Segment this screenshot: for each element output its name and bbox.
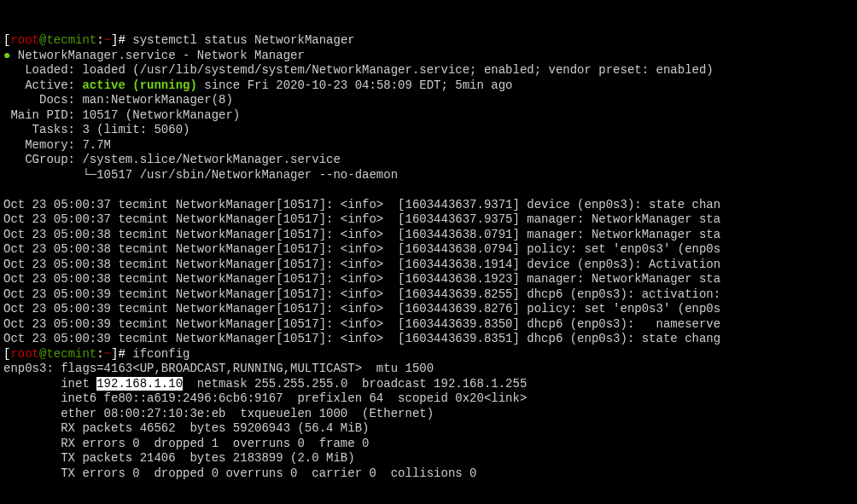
- prompt-colon: :: [96, 347, 103, 361]
- prompt-path: ~: [104, 33, 111, 47]
- ifconfig-ether: ether 08:00:27:10:3e:eb txqueuelen 1000 …: [3, 407, 434, 420]
- log-line: Oct 23 05:00:39 tecmint NetworkManager[1…: [3, 287, 720, 301]
- prompt-host: tecmint: [46, 347, 96, 361]
- log-line: Oct 23 05:00:39 tecmint NetworkManager[1…: [3, 317, 720, 331]
- loaded-line: Loaded: loaded (/usr/lib/systemd/system/…: [3, 63, 714, 77]
- memory-line: Memory: 7.7M: [3, 138, 111, 152]
- prompt-colon: :: [96, 33, 103, 47]
- log-line: Oct 23 05:00:39 tecmint NetworkManager[1…: [3, 302, 720, 316]
- command-text[interactable]: systemctl status NetworkManager: [125, 33, 355, 47]
- ifconfig-inet-pre: inet: [3, 377, 96, 391]
- cgroup-child-line: └─10517 /usr/sbin/NetworkManager --no-da…: [3, 168, 398, 182]
- active-label: Active:: [3, 78, 82, 92]
- ifconfig-interface: enp0s3: flags=4163<UP,BROADCAST,RUNNING,…: [3, 362, 434, 375]
- ifconfig-rx-errors: RX errors 0 dropped 1 overruns 0 frame 0: [3, 437, 369, 450]
- ifconfig-inet-post: netmask 255.255.255.0 broadcast 192.168.…: [183, 377, 527, 391]
- prompt-hash: #: [118, 33, 125, 47]
- log-line: Oct 23 05:00:37 tecmint NetworkManager[1…: [3, 212, 720, 226]
- ifconfig-inet6: inet6 fe80::a619:2496:6cb6:9167 prefixle…: [3, 391, 527, 405]
- docs-line: Docs: man:NetworkManager(8): [3, 93, 233, 107]
- prompt-user: root: [10, 33, 39, 47]
- prompt-hash: #: [118, 347, 125, 361]
- ifconfig-rx-packets: RX packets 46562 bytes 59206943 (56.4 Mi…: [3, 421, 369, 435]
- service-name: NetworkManager.service - Network Manager: [10, 49, 304, 62]
- ifconfig-tx-packets: TX packets 21406 bytes 2183899 (2.0 MiB): [3, 451, 355, 465]
- log-line: Oct 23 05:00:37 tecmint NetworkManager[1…: [3, 198, 720, 211]
- log-line: Oct 23 05:00:38 tecmint NetworkManager[1…: [3, 228, 720, 241]
- active-status: active (running): [82, 78, 196, 92]
- log-line: Oct 23 05:00:38 tecmint NetworkManager[1…: [3, 272, 720, 286]
- log-line: Oct 23 05:00:39 tecmint NetworkManager[1…: [3, 332, 720, 345]
- tasks-line: Tasks: 3 (limit: 5060): [3, 123, 189, 136]
- log-line: Oct 23 05:00:38 tecmint NetworkManager[1…: [3, 242, 720, 256]
- terminal-output: [root@tecmint:~]# systemctl status Netwo…: [3, 33, 854, 481]
- active-since: since Fri 2020-10-23 04:58:09 EDT; 5min …: [197, 78, 513, 92]
- mainpid-line: Main PID: 10517 (NetworkManager): [3, 108, 240, 122]
- command-text[interactable]: ifconfig: [125, 347, 190, 361]
- cgroup-line: CGroup: /system.slice/NetworkManager.ser…: [3, 153, 341, 166]
- prompt-path: ~: [104, 347, 111, 361]
- ifconfig-ip-highlight: 192.168.1.10: [96, 377, 183, 391]
- prompt-user: root: [10, 347, 39, 361]
- ifconfig-tx-errors: TX errors 0 dropped 0 overruns 0 carrier…: [3, 466, 477, 480]
- prompt-host: tecmint: [46, 33, 96, 47]
- log-line: Oct 23 05:00:38 tecmint NetworkManager[1…: [3, 258, 720, 271]
